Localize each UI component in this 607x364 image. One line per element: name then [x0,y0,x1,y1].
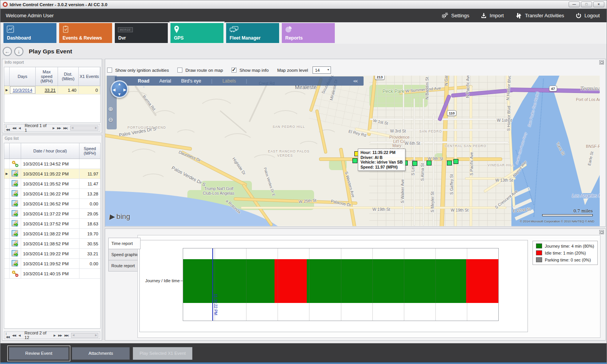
pager-first-prev-icon[interactable]: ◀ [18,334,20,337]
gps-table-row[interactable]: 10/3/2014 11:38:52 PM30.55 [4,239,100,249]
gps-speed-cell[interactable]: 33.21 [79,249,100,258]
pan-arrow-icon[interactable]: ▶ [123,88,126,92]
tab-reports[interactable]: Reports [282,23,335,43]
gps-time-cell[interactable]: 10/3/2014 11:37:52 PM [21,219,79,228]
info-column-header[interactable]: Max speed (MPH) [36,67,58,86]
gps-table-row[interactable]: 10/3/2014 11:39:22 PM33.21 [4,249,100,259]
gps-time-cell[interactable]: 10/3/2014 11:40:15 PM [21,269,79,278]
tab-fleet-manager[interactable]: Fleet Manager [226,23,279,43]
gps-table-row[interactable]: 10/3/2014 11:39:52 PM0.00 [4,259,100,269]
pager-next-last-icon[interactable]: ▶▶| [63,126,67,130]
pager-first-prev-icon[interactable]: ◀◀ [12,126,16,130]
import-button[interactable]: Import [481,13,504,19]
gps-time-cell[interactable]: 10/3/2014 11:37:22 PM [21,209,79,218]
gps-time-cell[interactable]: 10/3/2014 11:39:22 PM [21,249,79,258]
checkbox-show-only-ignition-activities[interactable] [107,68,112,73]
gps-table-row[interactable]: 10/3/2014 11:36:52 PM0.00 [4,199,100,209]
pager-next-last-icon[interactable]: ▶▶ [57,126,61,130]
pan-arrow-icon[interactable]: ▲ [117,82,121,86]
route-point-marker[interactable] [447,160,452,165]
info-cell[interactable]: 33.21 [36,86,58,94]
report-tab-speed-graphic[interactable]: Speed graphic [108,249,139,260]
map-view-road[interactable]: Road [138,78,149,84]
gps-table-row[interactable]: 10/3/2014 11:37:22 PM29.05 [4,209,100,219]
minimize-button[interactable]: — [569,2,580,7]
tab-events-reviews[interactable]: Events & Reviews [59,23,112,43]
gps-time-cell[interactable]: 10/3/2014 11:36:52 PM [21,199,79,208]
pan-arrow-icon[interactable]: ◀ [112,88,116,92]
map-pan-compass[interactable]: ▲▼◀▶ [111,80,128,98]
panel-splitter[interactable] [102,59,105,341]
gps-speed-cell[interactable]: 13.28 [79,189,100,199]
gps-column-header[interactable]: Speed (MPH) [79,143,100,159]
gps-table-row[interactable]: 10/3/2014 11:38:22 PM19.70 [4,229,100,239]
gps-table-row[interactable]: 10/3/2014 11:37:52 PM18.63 [4,219,100,229]
gps-table-row[interactable]: ▶10/3/2014 11:35:22 PM11.97 [4,169,100,179]
pager-next-last-icon[interactable]: ▶▶ [58,334,62,337]
zoom-in-icon[interactable]: ⊕ [108,106,113,113]
map-panel-collapse-button[interactable] [599,60,604,65]
settings-button[interactable]: Settings [441,12,469,19]
pager-first-prev-icon[interactable]: |◀◀ [6,332,10,339]
map-view-labels[interactable]: Labels [222,78,236,84]
pager-first-prev-icon[interactable]: ◀◀ [12,334,16,337]
back-arrow-button[interactable]: ← [3,47,12,56]
gps-table-row[interactable]: 10/3/2014 11:34:52 PM [4,159,100,169]
pager-scrollbar[interactable]: ◀▶ [70,126,98,131]
map-view-aerial[interactable]: Aerial [159,78,171,84]
toolbar-collapse-icon[interactable]: << [353,79,357,83]
pager-next-last-icon[interactable]: ▶▶| [65,334,68,337]
gps-time-cell[interactable]: 10/3/2014 11:39:52 PM [21,259,79,268]
info-column-header[interactable]: X1 Events [79,67,100,86]
info-column-header[interactable]: Dist. (Miles) [58,67,79,86]
gps-table-row[interactable]: 10/3/2014 11:40:15 PM [4,269,100,279]
tab-gps[interactable]: GPS [170,23,223,43]
checkbox-show-map-info[interactable] [232,68,237,73]
pager-scrollbar[interactable]: ◀▶ [71,333,98,338]
pager-next-last-icon[interactable]: ▶ [53,126,55,130]
gps-time-cell[interactable]: 10/3/2014 11:34:52 PM [21,159,79,169]
gps-speed-cell[interactable]: 18.63 [79,219,100,228]
route-point-marker[interactable] [412,161,417,166]
gps-speed-cell[interactable]: 29.05 [79,209,100,218]
gps-speed-cell[interactable]: 19.70 [79,229,100,238]
maximize-button[interactable]: □ [581,2,592,7]
gps-speed-cell[interactable]: 0.00 [79,259,100,268]
gps-time-cell[interactable]: 10/3/2014 11:35:22 PM [21,169,79,179]
info-cell[interactable]: 10/3/2014 [10,86,36,94]
gps-table-row[interactable]: 10/3/2014 11:36:22 PM13.28 [4,189,100,199]
route-point-marker[interactable] [427,160,432,165]
pan-arrow-icon[interactable]: ▼ [117,92,121,96]
attachments-button[interactable]: Attachments [72,347,130,360]
checkbox-draw-route-on-map[interactable] [177,68,182,73]
pager-first-prev-icon[interactable]: |◀◀ [6,124,10,131]
gps-time-cell[interactable]: 10/3/2014 11:38:22 PM [21,229,79,238]
review-event-button[interactable]: Review Event [9,347,69,360]
chart-panel-collapse-button[interactable] [599,230,604,234]
gps-column-header[interactable]: Date / hour (local) [21,143,79,159]
info-table-row[interactable]: ▶10/3/201433.211.400 [4,86,100,94]
info-column-header[interactable]: Days [10,67,36,86]
map-view-bird-s-eye[interactable]: Bird's eye [181,78,201,84]
report-tab-time-report[interactable]: Time report [108,238,141,249]
gps-speed-cell[interactable]: 11.47 [79,179,100,189]
route-point-marker[interactable] [453,159,458,164]
collapse-arrow-button[interactable]: ↓ [14,47,23,56]
gps-table-row[interactable]: 10/3/2014 11:35:52 PM11.47 [4,179,100,189]
gps-speed-cell[interactable] [79,269,100,278]
close-button[interactable]: × [593,2,604,7]
gps-speed-cell[interactable] [79,159,100,169]
report-tab-route-report[interactable]: Route report [108,260,139,271]
gps-time-cell[interactable]: 10/3/2014 11:38:52 PM [21,239,79,248]
gps-speed-cell[interactable]: 0.00 [79,199,100,208]
route-point-marker[interactable] [352,158,357,163]
gps-speed-cell[interactable]: 11.97 [79,169,100,179]
pager-first-prev-icon[interactable]: ◀ [18,126,20,130]
gps-speed-cell[interactable]: 30.55 [79,239,100,248]
tab-dvr[interactable]: MERGEDvr [115,23,168,43]
zoom-out-icon[interactable]: ⊖ [108,116,113,123]
tab-dashboard[interactable]: Dashboard [3,23,56,43]
transfer-button[interactable]: Transfer Activities [515,13,564,19]
map-zoom-select[interactable]: 14 [313,66,331,74]
gps-time-cell[interactable]: 10/3/2014 11:35:52 PM [21,179,79,189]
